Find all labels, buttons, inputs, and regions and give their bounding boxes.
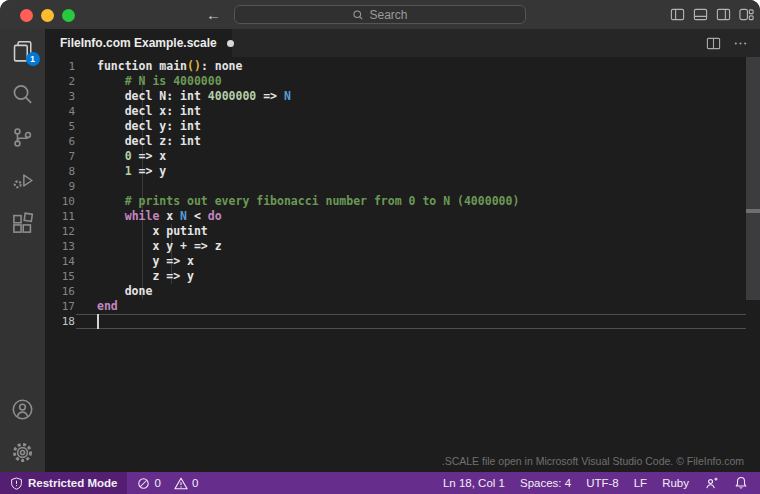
line-number: 14	[45, 254, 75, 269]
toggle-primary-sidebar-icon[interactable]	[670, 7, 685, 22]
maximize-window-button[interactable]	[62, 9, 75, 22]
warning-count: 0	[192, 477, 198, 489]
code-line[interactable]: 15 z => y	[45, 269, 760, 284]
command-center-search[interactable]: Search	[234, 5, 526, 24]
search-placeholder: Search	[369, 8, 407, 22]
sidebar-item-run-debug[interactable]	[11, 168, 35, 192]
code-lines: 1function main(): none2 # N is 40000003 …	[45, 59, 760, 329]
encoding-item[interactable]: UTF-8	[586, 477, 619, 489]
split-editor-icon[interactable]	[706, 36, 721, 51]
code-line[interactable]: 17end	[45, 299, 760, 314]
extensions-icon	[11, 212, 34, 235]
account-icon	[11, 398, 34, 421]
code-editor[interactable]: 1function main(): none2 # N is 40000003 …	[45, 57, 760, 472]
warnings-icon	[174, 477, 188, 490]
title-bar: ← → Search	[0, 0, 760, 29]
line-number: 7	[45, 149, 75, 164]
code-line[interactable]: 8 1 => y	[45, 164, 760, 179]
code-line[interactable]: 16 done	[45, 284, 760, 299]
git-branch-icon	[11, 126, 34, 149]
notifications-bell-icon[interactable]	[734, 476, 748, 490]
code-line[interactable]: 13 x y + => z	[45, 239, 760, 254]
language-mode-item[interactable]: Ruby	[662, 477, 689, 489]
restricted-mode-label: Restricted Mode	[28, 477, 117, 489]
cursor-position-item[interactable]: Ln 18, Col 1	[443, 477, 505, 489]
more-actions-icon[interactable]	[733, 36, 748, 51]
fileinfo-watermark: .SCALE file open in Microsoft Visual Stu…	[442, 455, 744, 467]
code-line[interactable]: 12 x putint	[45, 224, 760, 239]
line-number: 3	[45, 89, 75, 104]
editor-scrollbar[interactable]	[746, 57, 760, 300]
accounts-button[interactable]	[11, 397, 35, 421]
run-and-debug-icon	[11, 169, 34, 192]
code-line[interactable]: 9	[45, 179, 760, 194]
toggle-secondary-sidebar-icon[interactable]	[716, 7, 731, 22]
overview-ruler-mark	[746, 209, 760, 213]
settings-button[interactable]	[11, 440, 35, 464]
close-window-button[interactable]	[20, 9, 33, 22]
vscode-window: ← → Search	[0, 0, 760, 494]
feedback-icon[interactable]	[704, 476, 719, 490]
code-line[interactable]: 1function main(): none	[45, 59, 760, 74]
line-number: 13	[45, 239, 75, 254]
navigate-back-icon[interactable]: ←	[206, 6, 221, 23]
line-number: 18	[45, 314, 75, 329]
unsaved-changes-dot[interactable]	[227, 40, 234, 47]
text-cursor	[97, 314, 99, 329]
search-magnifier-icon	[11, 83, 34, 106]
sidebar-item-source-control[interactable]	[11, 125, 35, 149]
status-bar: Restricted Mode 0 0 Ln 18, Col 1 Spaces:	[0, 472, 760, 494]
restricted-mode-item[interactable]: Restricted Mode	[0, 472, 127, 494]
line-number: 17	[45, 299, 75, 314]
code-line[interactable]: 7 0 => x	[45, 149, 760, 164]
line-number: 10	[45, 194, 75, 209]
tab-fileinfo-example[interactable]: FileInfo.com Example.scale	[45, 29, 232, 57]
window-controls	[20, 9, 75, 22]
code-line[interactable]: 10 # prints out every fibonacci number f…	[45, 194, 760, 209]
code-line[interactable]: 6 decl z: int	[45, 134, 760, 149]
explorer-badge: 1	[26, 52, 40, 66]
sidebar-item-extensions[interactable]	[11, 211, 35, 235]
code-line[interactable]: 5 decl y: int	[45, 119, 760, 134]
indentation-item[interactable]: Spaces: 4	[520, 477, 571, 489]
line-number: 6	[45, 134, 75, 149]
code-line[interactable]: 3 decl N: int 4000000 => N	[45, 89, 760, 104]
line-number: 15	[45, 269, 75, 284]
error-count: 0	[154, 477, 160, 489]
code-line[interactable]: 14 y => x	[45, 254, 760, 269]
sidebar-item-search[interactable]	[11, 82, 35, 106]
code-line[interactable]: 2 # N is 4000000	[45, 74, 760, 89]
sidebar-item-explorer[interactable]: 1	[11, 39, 35, 63]
line-number: 9	[45, 179, 75, 194]
eol-item[interactable]: LF	[634, 477, 647, 489]
tab-label: FileInfo.com Example.scale	[60, 36, 217, 50]
line-number: 16	[45, 284, 75, 299]
line-number: 11	[45, 209, 75, 224]
line-number: 5	[45, 119, 75, 134]
line-number: 12	[45, 224, 75, 239]
minimize-window-button[interactable]	[41, 9, 54, 22]
line-number: 4	[45, 104, 75, 119]
search-icon	[352, 9, 364, 21]
customize-layout-icon[interactable]	[739, 7, 754, 22]
line-number: 1	[45, 59, 75, 74]
problems-item[interactable]: 0 0	[127, 477, 208, 490]
code-line[interactable]: 4 decl x: int	[45, 104, 760, 119]
code-line[interactable]: 18	[45, 314, 760, 329]
toggle-panel-icon[interactable]	[693, 7, 708, 22]
code-line[interactable]: 11 while x N < do	[45, 209, 760, 224]
line-number: 8	[45, 164, 75, 179]
gear-icon	[11, 441, 34, 464]
activity-bar: 1	[0, 29, 45, 472]
tab-bar: FileInfo.com Example.scale	[45, 29, 760, 57]
shield-icon	[10, 477, 23, 490]
errors-icon	[137, 477, 150, 490]
line-number: 2	[45, 74, 75, 89]
